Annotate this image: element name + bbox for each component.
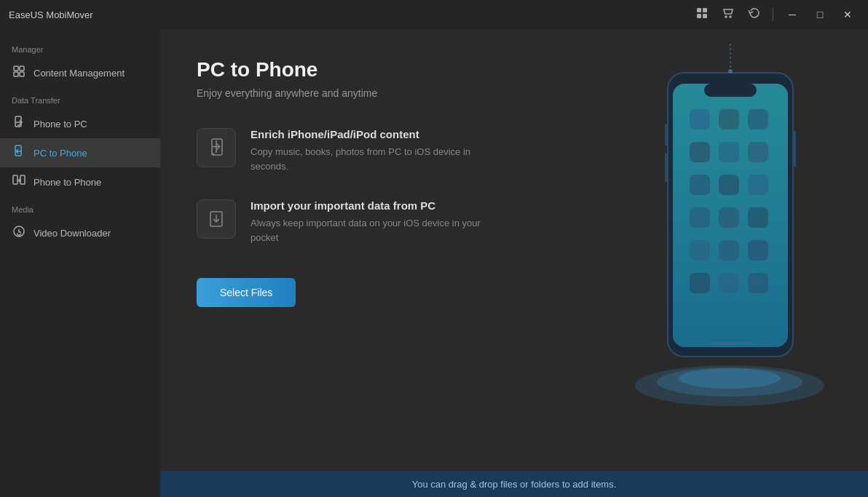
svg-point-57 (728, 69, 733, 73)
update-icon[interactable] (743, 5, 765, 24)
svg-rect-33 (690, 109, 710, 130)
svg-rect-7 (20, 66, 24, 71)
phone-to-pc-icon (12, 116, 26, 132)
svg-rect-9 (20, 72, 24, 76)
phone-to-phone-icon (12, 174, 26, 190)
svg-rect-51 (704, 84, 757, 97)
sidebar-item-video-downloader[interactable]: Video Downloader (0, 218, 160, 247)
svg-rect-39 (690, 175, 710, 195)
svg-rect-35 (748, 109, 768, 130)
content-management-icon (12, 65, 26, 81)
svg-rect-6 (14, 66, 18, 71)
pc-to-phone-label: PC to Phone (33, 148, 87, 159)
minimize-button[interactable]: ─ (781, 5, 804, 24)
sidebar-item-content-management[interactable]: Content Management (0, 58, 160, 87)
settings-icon[interactable] (691, 5, 713, 24)
svg-rect-8 (14, 72, 18, 76)
svg-rect-41 (748, 175, 768, 195)
content-main: PC to Phone Enjoy everything anywhere an… (160, 29, 868, 471)
divider (773, 8, 773, 21)
svg-rect-52 (708, 342, 753, 345)
svg-rect-0 (697, 8, 701, 12)
svg-point-24 (213, 153, 214, 154)
svg-rect-44 (748, 207, 768, 228)
phone-to-pc-label: Phone to PC (33, 119, 87, 130)
store-icon[interactable] (717, 5, 739, 24)
svg-rect-48 (690, 273, 710, 293)
svg-rect-40 (719, 175, 739, 195)
import-title: Import your important data from PC (250, 199, 484, 212)
svg-rect-42 (690, 207, 710, 228)
svg-rect-1 (703, 8, 707, 12)
phone-illustration (620, 44, 839, 437)
window-controls: ─ □ ✕ (691, 5, 859, 24)
svg-rect-53 (793, 131, 796, 167)
svg-rect-46 (719, 240, 739, 261)
svg-rect-47 (748, 240, 768, 261)
enrich-title: Enrich iPhone/iPad/iPod content (250, 128, 484, 140)
svg-rect-16 (20, 175, 25, 184)
video-downloader-label: Video Downloader (33, 228, 111, 239)
titlebar: EaseUS MobiMover ─ □ ✕ (0, 0, 868, 29)
pc-to-phone-icon (12, 145, 26, 161)
svg-rect-36 (690, 142, 710, 162)
sidebar: Manager Content Management Data Transfer (0, 29, 160, 497)
svg-rect-43 (719, 207, 739, 228)
sidebar-item-phone-to-phone[interactable]: Phone to Phone (0, 167, 160, 196)
enrich-desc: Copy music, books, photos from PC to iOS… (250, 145, 484, 173)
svg-rect-2 (697, 14, 701, 18)
enrich-text: Enrich iPhone/iPad/iPod content Copy mus… (250, 128, 484, 173)
svg-rect-50 (748, 273, 768, 293)
bottom-bar: You can drag & drop files or folders to … (160, 471, 868, 497)
svg-point-5 (730, 16, 731, 17)
app-title: EaseUS MobiMover (9, 9, 93, 20)
enrich-icon-box (197, 128, 236, 167)
video-downloader-icon (12, 225, 26, 241)
svg-rect-54 (665, 124, 668, 146)
content-management-label: Content Management (33, 68, 125, 79)
maximize-button[interactable]: □ (808, 5, 832, 24)
content-area: PC to Phone Enjoy everything anywhere an… (160, 29, 868, 497)
svg-rect-45 (690, 240, 710, 261)
sidebar-item-pc-to-phone[interactable]: PC to Phone (0, 138, 160, 167)
svg-point-29 (679, 368, 781, 389)
bottom-message: You can drag & drop files or folders to … (412, 479, 617, 490)
data-transfer-section-label: Data Transfer (0, 87, 160, 109)
main-layout: Manager Content Management Data Transfer (0, 29, 868, 497)
close-button[interactable]: ✕ (836, 5, 859, 24)
import-desc: Always keep important data on your iOS d… (250, 216, 484, 244)
svg-point-4 (725, 16, 727, 17)
select-files-button[interactable]: Select Files (197, 278, 296, 307)
sidebar-item-phone-to-pc[interactable]: Phone to PC (0, 109, 160, 138)
import-icon-box (197, 199, 236, 239)
manager-section-label: Manager (0, 36, 160, 58)
phone-to-phone-label: Phone to Phone (33, 177, 101, 188)
import-text: Import your important data from PC Alway… (250, 199, 484, 244)
svg-rect-55 (665, 153, 668, 182)
svg-rect-15 (13, 175, 17, 184)
media-section-label: Media (0, 196, 160, 218)
svg-rect-37 (719, 142, 739, 162)
svg-rect-3 (703, 14, 707, 18)
svg-rect-38 (748, 142, 768, 162)
svg-rect-34 (719, 109, 739, 130)
svg-rect-49 (719, 273, 739, 293)
